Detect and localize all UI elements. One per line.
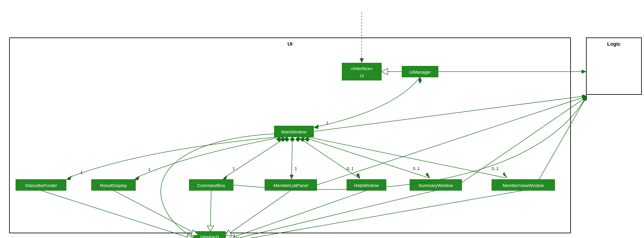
class-main-window: MainWindow	[274, 126, 314, 137]
svg-marker-12	[360, 58, 364, 63]
class-ui-manager-name: UiManager	[409, 70, 431, 75]
svg-line-58	[462, 98, 586, 183]
svg-line-37	[307, 137, 506, 178]
edge-uimanager-to-logic	[438, 70, 586, 74]
class-result-display-name: ResultDisplay	[100, 183, 127, 188]
edge-mainwindow-has-memberlistpanel: 1	[290, 137, 297, 180]
edge-mainwindow-to-logic	[314, 94, 586, 131]
svg-line-49	[232, 191, 366, 238]
class-status-bar-footer: StatusBarFooter	[16, 180, 66, 191]
edge-mainwindow-has-helpwindow: 0..1	[296, 137, 360, 180]
svg-marker-30	[290, 175, 294, 180]
class-ui-part: {abstract} UiPart	[194, 232, 226, 238]
svg-marker-17	[418, 77, 422, 83]
svg-line-56	[317, 97, 585, 185]
class-main-window-name: MainWindow	[281, 130, 307, 134]
svg-marker-46	[207, 226, 214, 232]
edge-commandbox-isa-uipart	[207, 191, 214, 232]
class-ui-part-stereotype: {abstract}	[200, 235, 219, 238]
svg-line-45	[210, 191, 211, 227]
mult-summarywindow: 0..1	[413, 166, 420, 171]
edge-memberviewwindow-isa-uipart	[231, 191, 523, 238]
class-command-box-name: CommandBox	[197, 183, 225, 188]
package-logic-title: Logic	[607, 41, 620, 47]
mult-memberlistpanel: 1	[295, 166, 297, 171]
mult-mainwindow: 1	[326, 121, 328, 125]
edge-statusbarfooter-isa-uipart	[41, 191, 194, 238]
svg-marker-27	[222, 175, 228, 180]
edge-memberviewwindow-to-logic	[539, 95, 587, 180]
svg-line-51	[233, 191, 436, 238]
svg-marker-32	[296, 137, 300, 142]
svg-marker-26	[284, 137, 289, 142]
edge-helpwindow-isa-uipart	[228, 191, 366, 238]
svg-line-25	[224, 137, 287, 178]
svg-marker-29	[290, 137, 295, 142]
edge-commandbox-to-logic	[233, 94, 587, 190]
class-member-list-panel-name: MemberListPanel	[274, 183, 308, 188]
class-member-view-window: MemberViewWindow	[492, 180, 555, 191]
edge-resultdisplay-isa-uipart	[114, 191, 198, 235]
svg-line-41	[41, 191, 189, 238]
class-summary-window-name: SummaryWindow	[418, 183, 453, 188]
edge-mainwindow-has-commandbox: 1	[222, 137, 289, 180]
mult-resultdisplay: 1	[148, 167, 150, 172]
svg-line-31	[298, 137, 358, 178]
svg-line-28	[292, 137, 292, 178]
mult-helpwindow: 0..1	[347, 166, 354, 171]
mult-commandbox: 1	[232, 166, 235, 171]
class-command-box: CommandBox	[189, 180, 233, 191]
mult-memberviewwindow: 0..1	[492, 166, 498, 171]
edge-memberlistpanel-isa-uipart	[226, 191, 291, 236]
svg-line-34	[302, 137, 429, 178]
svg-marker-38	[305, 137, 310, 142]
edge-mainwindow-has-resultdisplay: 1	[134, 137, 285, 180]
class-help-window-name: HelpWindow	[354, 183, 379, 188]
edge-memberlistpanel-to-logic	[317, 96, 587, 185]
package-ui-title: UI	[288, 41, 292, 47]
class-ui-interface-name: Ui	[360, 73, 364, 78]
class-result-display: ResultDisplay	[92, 180, 136, 191]
svg-marker-18	[314, 124, 319, 129]
class-status-bar-footer-name: StatusBarFooter	[25, 183, 57, 188]
svg-line-53	[235, 191, 523, 238]
mult-statusbarfooter: 1	[80, 170, 82, 175]
edge-uimanager-realizes-ui	[382, 68, 402, 75]
svg-marker-14	[382, 68, 388, 75]
edge-summarywindow-isa-uipart	[229, 191, 436, 238]
class-member-view-window-name: MemberViewWindow	[502, 183, 544, 188]
class-ui-manager: UiManager	[402, 66, 438, 77]
svg-marker-16	[582, 70, 586, 74]
class-ui-interface-stereotype: «Interface»	[351, 66, 373, 71]
edge-uimanager-has-mainwindow: 1	[314, 77, 422, 129]
class-ui-interface: «Interface» Ui	[342, 63, 382, 80]
svg-marker-22	[66, 176, 72, 180]
edge-mainwindow-has-summarywindow: 0..1	[300, 137, 430, 179]
class-summary-window: SummaryWindow	[410, 180, 462, 191]
edge-summarywindow-to-logic	[462, 96, 587, 183]
svg-line-60	[539, 98, 586, 180]
